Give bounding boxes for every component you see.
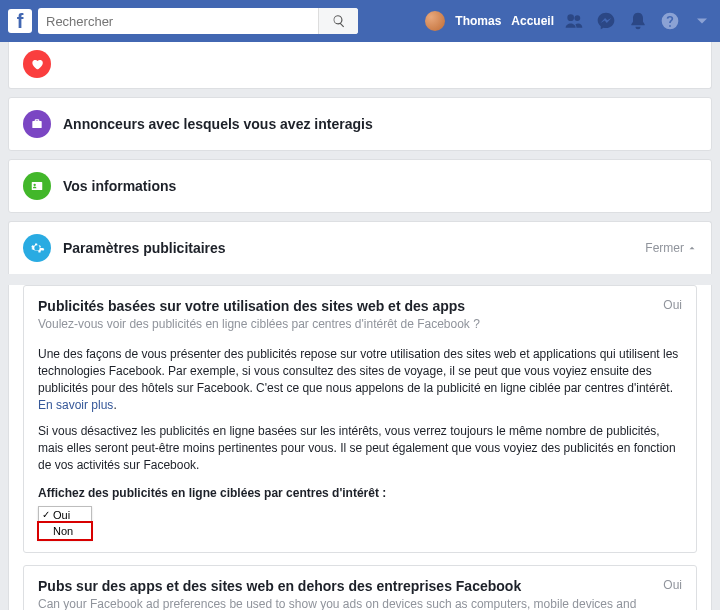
panel-paragraph: Une des façons de vous présenter des pub… [38, 346, 682, 413]
help-icon[interactable] [660, 11, 680, 31]
page-content: Annonceurs avec lesquels vous avez inter… [0, 42, 720, 610]
option-yes[interactable]: Oui [39, 507, 91, 523]
messenger-icon[interactable] [596, 11, 616, 31]
interest-ads-dropdown[interactable]: Oui Non [38, 506, 92, 540]
facebook-logo[interactable]: f [8, 9, 32, 33]
close-link[interactable]: Fermer [645, 241, 697, 255]
panel-subtitle: Can your Facebook ad preferences be used… [38, 596, 651, 610]
panel-interest-ads: Publicités basées sur votre utilisation … [23, 285, 697, 553]
dropdown-prompt: Affichez des publicités en ligne ciblées… [38, 486, 682, 500]
section-title: Annonceurs avec lesquels vous avez inter… [63, 116, 373, 132]
gear-icon [23, 234, 51, 262]
chevron-down-icon[interactable] [692, 11, 712, 31]
notifications-icon[interactable] [628, 11, 648, 31]
avatar[interactable] [425, 11, 445, 31]
section-title: Paramètres publicitaires [63, 240, 226, 256]
learn-more-link[interactable]: En savoir plus [38, 398, 113, 412]
paragraph-text: Une des façons de vous présenter des pub… [38, 347, 678, 395]
heart-icon [23, 50, 51, 78]
panel-paragraph: Si vous désactivez les publicités en lig… [38, 423, 682, 473]
panel-title: Pubs sur des apps et des sites web en de… [38, 578, 651, 594]
profile-card-icon [23, 172, 51, 200]
search-box [38, 8, 358, 34]
search-icon [332, 14, 346, 28]
user-name[interactable]: Thomas [455, 14, 501, 28]
briefcase-icon [23, 110, 51, 138]
search-input[interactable] [38, 14, 318, 29]
close-label: Fermer [645, 241, 684, 255]
option-no[interactable]: Non [39, 523, 91, 539]
panel-subtitle: Voulez-vous voir des publicités en ligne… [38, 316, 651, 332]
topbar: f Thomas Accueil [0, 0, 720, 42]
topbar-right: Thomas Accueil [425, 11, 712, 31]
home-link[interactable]: Accueil [511, 14, 554, 28]
panel-value: Oui [663, 578, 682, 592]
ad-settings-body: Publicités basées sur votre utilisation … [8, 285, 712, 610]
panel-value: Oui [663, 298, 682, 312]
panel-title: Publicités basées sur votre utilisation … [38, 298, 651, 314]
panel-offsite-ads[interactable]: Pubs sur des apps et des sites web en de… [23, 565, 697, 610]
section-your-info[interactable]: Vos informations [8, 159, 712, 213]
chevron-up-icon [687, 243, 697, 253]
section-card-partial[interactable] [8, 42, 712, 89]
friend-requests-icon[interactable] [564, 11, 584, 31]
section-advertisers[interactable]: Annonceurs avec lesquels vous avez inter… [8, 97, 712, 151]
section-title: Vos informations [63, 178, 176, 194]
search-button[interactable] [318, 8, 358, 34]
section-ad-settings: Paramètres publicitaires Fermer [8, 221, 712, 274]
